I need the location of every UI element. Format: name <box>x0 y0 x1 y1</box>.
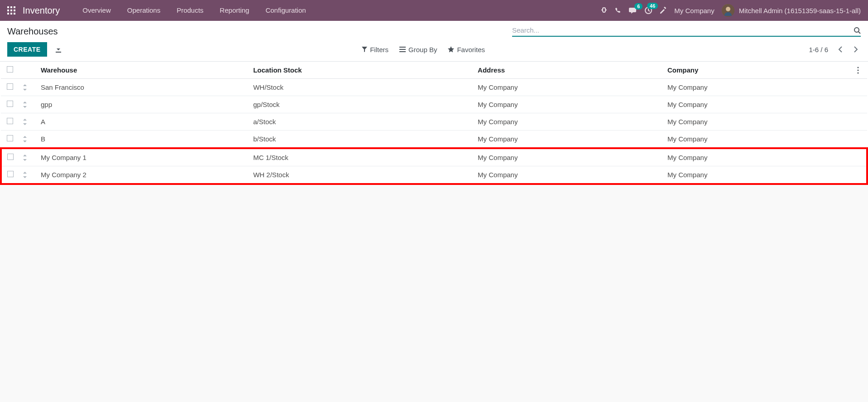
search-icon[interactable] <box>854 27 861 34</box>
filters-button[interactable]: Filters <box>362 46 388 53</box>
tools-icon[interactable] <box>660 7 667 14</box>
download-icon[interactable] <box>53 44 64 55</box>
svg-point-20 <box>858 69 859 71</box>
col-header-address[interactable]: Address <box>474 62 664 79</box>
avatar <box>722 4 734 17</box>
cell-address: My Company <box>474 113 664 131</box>
cell-warehouse: A <box>37 113 249 131</box>
company-selector[interactable]: My Company <box>674 7 714 15</box>
cell-address: My Company <box>474 166 664 184</box>
cell-address: My Company <box>474 131 664 149</box>
app-brand[interactable]: Inventory <box>23 5 60 16</box>
drag-handle-icon[interactable] <box>19 131 37 149</box>
cell-location: MC 1/Stock <box>249 148 474 166</box>
col-header-warehouse[interactable]: Warehouse <box>37 62 249 79</box>
phone-icon[interactable] <box>615 7 622 14</box>
favorites-label: Favorites <box>457 46 485 53</box>
cell-warehouse: San Francisco <box>37 79 249 96</box>
messages-badge: 6 <box>634 3 643 10</box>
cell-warehouse: My Company 2 <box>37 166 249 184</box>
groupby-label: Group By <box>408 46 437 53</box>
list-icon <box>399 47 406 52</box>
cell-location: WH/Stock <box>249 79 474 96</box>
table-container: Warehouse Location Stock Address Company… <box>0 62 868 185</box>
drag-handle-icon[interactable] <box>19 96 37 113</box>
svg-rect-5 <box>14 10 15 11</box>
svg-point-10 <box>605 8 606 9</box>
cell-location: gp/Stock <box>249 96 474 113</box>
groupby-button[interactable]: Group By <box>399 46 437 53</box>
drag-handle-icon[interactable] <box>19 148 37 166</box>
favorites-button[interactable]: Favorites <box>448 46 485 53</box>
svg-rect-6 <box>7 13 9 15</box>
cell-location: b/Stock <box>249 131 474 149</box>
cell-address: My Company <box>474 96 664 113</box>
cell-company: My Company <box>664 131 854 149</box>
pager-prev[interactable] <box>835 45 845 54</box>
star-icon <box>448 46 454 53</box>
table-row[interactable]: San FranciscoWH/StockMy CompanyMy Compan… <box>1 79 867 96</box>
nav-item-products[interactable]: Products <box>168 0 211 21</box>
row-checkbox[interactable] <box>7 118 13 124</box>
drag-handle-icon[interactable] <box>19 166 37 184</box>
apps-icon[interactable] <box>7 6 15 15</box>
cell-warehouse: My Company 1 <box>37 148 249 166</box>
column-options-icon[interactable] <box>854 62 867 79</box>
row-checkbox[interactable] <box>7 83 13 90</box>
warehouses-table: Warehouse Location Stock Address Company… <box>0 62 868 185</box>
row-checkbox[interactable] <box>7 135 13 141</box>
filters-label: Filters <box>370 46 388 53</box>
col-header-company[interactable]: Company <box>664 62 854 79</box>
drag-handle-icon[interactable] <box>19 113 37 131</box>
activities-icon[interactable]: 46 <box>644 6 652 15</box>
table-row[interactable]: Bb/StockMy CompanyMy Company <box>1 131 867 149</box>
cell-warehouse: gpp <box>37 96 249 113</box>
cell-company: My Company <box>664 79 854 96</box>
debug-icon[interactable] <box>600 7 608 14</box>
svg-rect-7 <box>10 13 12 15</box>
svg-point-14 <box>854 28 859 32</box>
svg-rect-1 <box>10 6 12 8</box>
col-header-location[interactable]: Location Stock <box>249 62 474 79</box>
nav-item-configuration[interactable]: Configuration <box>257 0 314 21</box>
row-checkbox[interactable] <box>7 101 13 107</box>
cell-company: My Company <box>664 113 854 131</box>
row-checkbox[interactable] <box>7 171 14 177</box>
select-all-checkbox[interactable] <box>7 66 13 73</box>
row-checkbox[interactable] <box>7 154 14 160</box>
nav-item-reporting[interactable]: Reporting <box>211 0 257 21</box>
search-input[interactable] <box>512 26 854 34</box>
top-navbar: Inventory Overview Operations Products R… <box>0 0 868 21</box>
user-name: Mitchell Admin (16151359-saas-15-1-all) <box>739 7 861 15</box>
svg-point-21 <box>858 72 859 73</box>
pager-text[interactable]: 1-6 / 6 <box>809 46 828 53</box>
table-row[interactable]: My Company 2WH 2/StockMy CompanyMy Compa… <box>1 166 867 184</box>
pager-next[interactable] <box>851 45 861 54</box>
table-row[interactable]: gppgp/StockMy CompanyMy Company <box>1 96 867 113</box>
svg-rect-3 <box>7 10 9 11</box>
nav-item-overview[interactable]: Overview <box>74 0 119 21</box>
svg-point-13 <box>726 7 730 11</box>
create-button[interactable]: CREATE <box>7 42 47 57</box>
nav-item-operations[interactable]: Operations <box>119 0 168 21</box>
filter-icon <box>362 47 367 52</box>
control-panel: Warehouses CREATE Filters Group B <box>0 21 868 62</box>
cell-location: a/Stock <box>249 113 474 131</box>
search-box <box>512 26 861 37</box>
activities-badge: 46 <box>647 3 658 9</box>
cell-address: My Company <box>474 79 664 96</box>
drag-handle-icon[interactable] <box>19 79 37 96</box>
nav-menu: Overview Operations Products Reporting C… <box>74 0 314 21</box>
svg-line-15 <box>858 32 860 34</box>
messages-icon[interactable]: 6 <box>629 7 637 14</box>
svg-rect-0 <box>7 6 9 8</box>
svg-point-19 <box>858 67 859 68</box>
table-row[interactable]: Aa/StockMy CompanyMy Company <box>1 113 867 131</box>
table-row[interactable]: My Company 1MC 1/StockMy CompanyMy Compa… <box>1 148 867 166</box>
user-menu[interactable]: Mitchell Admin (16151359-saas-15-1-all) <box>722 4 861 17</box>
cell-address: My Company <box>474 148 664 166</box>
cell-company: My Company <box>664 166 854 184</box>
cell-location: WH 2/Stock <box>249 166 474 184</box>
nav-right: 6 46 My Company Mitchell Admin (16151359… <box>600 4 861 17</box>
cell-warehouse: B <box>37 131 249 149</box>
